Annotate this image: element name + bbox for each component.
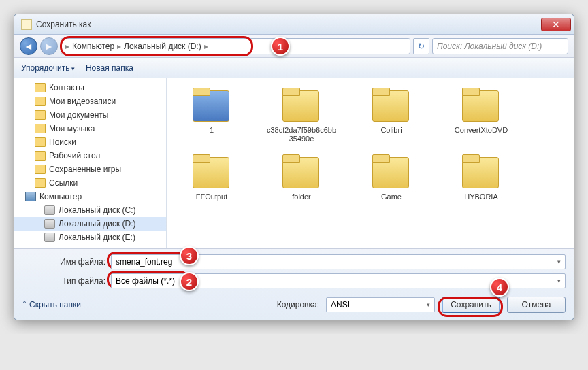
breadcrumb-sep: ▸ [117,41,121,51]
folder-item[interactable]: folder [263,152,340,204]
tree-item[interactable]: Моя музыка [14,122,166,135]
folder-label: Colibri [380,126,402,135]
breadcrumb-root[interactable]: Компьютер [72,41,114,51]
annotation-badge-3: 3 [180,246,199,265]
tree-label: Локальный диск (D:) [59,219,136,229]
folder-item[interactable]: c38cf2da7f59b6c6bb35490e [263,85,340,146]
tree-item-drive[interactable]: Локальный диск (D:) [14,217,166,231]
address-bar[interactable]: ▸ Компьютер ▸ Локальный диск (D:) ▸ [61,38,410,54]
breadcrumb-sep: ▸ [65,41,69,51]
sidebar-tree[interactable]: Контакты Мои видеозаписи Мои документы М… [14,78,167,248]
back-button[interactable]: ◄ [20,37,37,55]
tree-label: Сохраненные игры [49,165,121,174]
folder-label: HYBORIA [464,192,498,201]
tree-item[interactable]: Рабочий стол [14,149,166,163]
folder-icon [459,154,503,190]
tree-item-drive[interactable]: Локальный диск (C:) [14,203,166,217]
tree-item[interactable]: Контакты [14,81,166,95]
filetype-label: Тип файла: [22,276,111,286]
hide-folders-label: Скрыть папки [29,300,81,309]
folder-icon [370,88,413,123]
drive-icon [44,205,55,215]
folder-label: FFOutput [196,192,227,201]
tree-label: Локальный диск (E:) [59,233,135,242]
folder-icon [35,124,46,133]
tree-label: Контакты [49,83,84,92]
filename-label: Имя файла: [22,257,111,267]
folder-label: ConvertXtoDVD [455,126,508,135]
search-input[interactable]: Поиск: Локальный диск (D:) [432,38,568,54]
filetype-value: Все файлы (*.*) [116,276,175,286]
titlebar: Сохранить как ✕ [14,14,574,35]
tree-label: Компьютер [39,192,82,201]
tree-label: Поиски [49,137,76,147]
folder-label: Game [381,192,402,201]
folder-label: c38cf2da7f59b6c6bb35490e [266,126,337,144]
refresh-button[interactable]: ↻ [413,38,429,54]
encoding-combo[interactable]: ANSI [326,297,435,312]
encoding-value: ANSI [331,300,350,309]
folder-item[interactable]: HYBORIA [443,152,519,204]
tree-label: Мои видеозаписи [49,97,116,106]
folder-view[interactable]: 1 c38cf2da7f59b6c6bb35490e Colibri Conve… [167,78,574,248]
annotation-badge-1: 1 [271,37,290,56]
save-as-dialog: Сохранить как ✕ ◄ ► ▸ Компьютер ▸ Локаль… [14,14,574,320]
folder-item[interactable]: 1 [174,85,250,146]
folder-item[interactable]: Game [353,152,429,204]
filename-value: smena_font.reg [116,257,172,267]
folder-icon [190,154,233,190]
tree-item-computer[interactable]: Компьютер [14,190,166,203]
folder-label: 1 [210,126,214,135]
folder-icon [35,110,46,120]
folder-icon [35,83,46,92]
organize-menu[interactable]: Упорядочить [21,63,75,73]
breadcrumb-drive[interactable]: Локальный диск (D:) [124,41,201,51]
folder-icon [190,88,233,123]
close-button[interactable]: ✕ [541,18,571,31]
tree-item[interactable]: Мои документы [14,108,166,122]
folder-icon [280,154,323,190]
cancel-button[interactable]: Отмена [507,297,566,313]
tree-label: Локальный диск (C:) [59,205,136,215]
annotation-badge-4: 4 [490,278,509,297]
app-icon [21,19,32,30]
folder-label: folder [292,192,311,201]
folder-icon [35,137,46,147]
new-folder-button[interactable]: Новая папка [86,63,133,73]
tree-item[interactable]: Поиски [14,135,166,149]
folder-icon [35,97,46,106]
folder-icon [459,88,503,123]
window-title: Сохранить как [36,20,541,29]
hide-folders-toggle[interactable]: ˄Скрыть папки [22,300,81,309]
folder-item[interactable]: ConvertXtoDVD [443,85,519,146]
chevron-up-icon: ˄ [22,300,27,309]
content-area: Контакты Мои видеозаписи Мои документы М… [14,78,574,248]
folder-icon [370,154,413,190]
navigation-bar: ◄ ► ▸ Компьютер ▸ Локальный диск (D:) ▸ … [14,35,574,58]
tree-label: Моя музыка [49,124,95,133]
tree-item[interactable]: Мои видеозаписи [14,95,166,108]
folder-icon [280,88,323,123]
tree-label: Ссылки [49,178,78,188]
folder-icon [35,165,46,174]
forward-button[interactable]: ► [40,37,58,55]
tree-item-drive[interactable]: Локальный диск (E:) [14,231,166,244]
folder-item[interactable]: FFOutput [174,152,250,204]
folder-item[interactable]: Colibri [353,85,429,146]
toolbar: Упорядочить Новая папка [14,58,574,78]
encoding-label: Кодировка: [277,300,319,309]
drive-icon [44,219,55,229]
drive-icon [44,233,55,242]
save-button[interactable]: Сохранить [442,297,500,313]
folder-icon [35,151,46,161]
tree-item[interactable]: Сохраненные игры [14,163,166,176]
folder-icon [35,178,46,188]
tree-item[interactable]: Ссылки [14,176,166,190]
tree-label: Рабочий стол [49,151,100,161]
computer-icon [25,192,36,201]
annotation-badge-2: 2 [180,272,199,291]
breadcrumb-sep: ▸ [204,41,208,51]
tree-label: Мои документы [49,110,108,120]
